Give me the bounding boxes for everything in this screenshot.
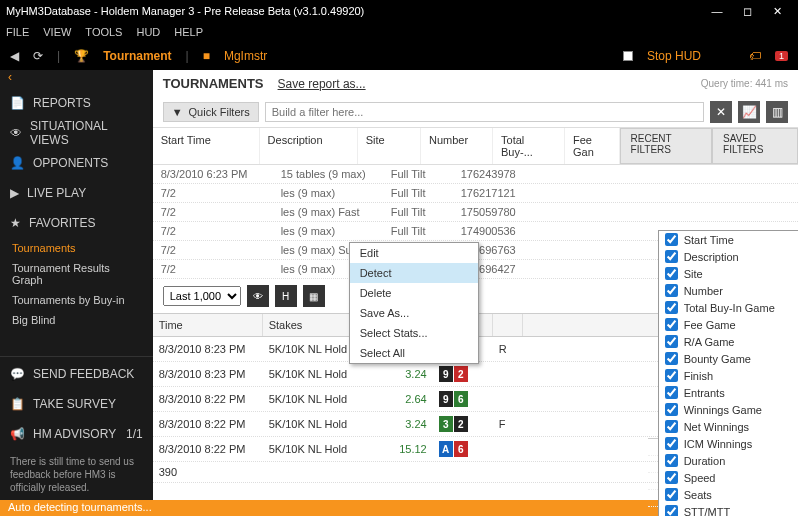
column-checkbox[interactable] (665, 352, 678, 365)
gcol-flag[interactable] (493, 314, 523, 336)
tournament-row[interactable]: 7/2les (9 max) FastFull Tilt175059780 (153, 203, 798, 222)
sub-big-blind[interactable]: Big Blind (0, 310, 153, 330)
ctx-selectall[interactable]: Select All (350, 343, 478, 363)
column-checkbox[interactable] (665, 437, 678, 450)
column-checkbox[interactable] (665, 420, 678, 433)
tournament-row[interactable]: 8/3/2010 6:23 PM15 tables (9 max)Full Ti… (153, 165, 798, 184)
column-option[interactable]: ICM Winnings (659, 435, 798, 452)
sub-tournaments[interactable]: Tournaments (0, 238, 153, 258)
save-report-link[interactable]: Save report as... (278, 77, 366, 91)
view-grid-button[interactable]: ▦ (303, 285, 325, 307)
col-buyin[interactable]: Total Buy-... (493, 128, 565, 164)
column-option[interactable]: Net Winnings (659, 418, 798, 435)
filter-icon: ▼ (172, 106, 183, 118)
column-checkbox[interactable] (665, 488, 678, 501)
clear-filter-button[interactable]: ✕ (710, 101, 732, 123)
sub-results-graph[interactable]: Tournament Results Graph (0, 258, 153, 290)
window-title: MyHM3Database - Holdem Manager 3 - Pre R… (6, 5, 702, 17)
view-eye-button[interactable]: 👁 (247, 285, 269, 307)
page-size-select[interactable]: Last 1,000 (163, 286, 241, 306)
gcol-time[interactable]: Time (153, 314, 263, 336)
sub-by-buyin[interactable]: Tournaments by Buy-in (0, 290, 153, 310)
column-option[interactable]: Duration (659, 452, 798, 469)
sidebar-reports[interactable]: 📄REPORTS (0, 88, 153, 118)
view-h-button[interactable]: H (275, 285, 297, 307)
column-option[interactable]: Number (659, 282, 798, 299)
sidebar-collapse[interactable]: ‹ (0, 70, 153, 88)
menu-tools[interactable]: TOOLS (85, 26, 122, 38)
menu-file[interactable]: FILE (6, 26, 29, 38)
column-option[interactable]: Start Time (659, 231, 798, 248)
sidebar-liveplay[interactable]: ▶LIVE PLAY (0, 178, 153, 208)
minimize-button[interactable]: — (702, 5, 732, 17)
menu-hud[interactable]: HUD (136, 26, 160, 38)
column-checkbox[interactable] (665, 301, 678, 314)
ctx-edit[interactable]: Edit (350, 243, 478, 263)
main-panel: TOURNAMENTS Save report as... Query time… (153, 70, 798, 500)
column-checkbox[interactable] (665, 335, 678, 348)
column-checkbox[interactable] (665, 505, 678, 516)
sidebar-situational[interactable]: 👁SITUATIONAL VIEWS (0, 118, 153, 148)
chart-button[interactable]: 📈 (738, 101, 760, 123)
layout-button[interactable]: ▥ (766, 101, 788, 123)
sidebar-advisory[interactable]: 📢HM ADVISORY1/1 (0, 419, 153, 449)
gcol-stakes[interactable]: Stakes (263, 314, 363, 336)
ctx-detect[interactable]: Detect (350, 263, 478, 283)
refresh-button[interactable]: ⟳ (33, 49, 43, 63)
column-option[interactable]: Finish (659, 367, 798, 384)
column-checkbox[interactable] (665, 250, 678, 263)
back-button[interactable]: ◀ (10, 49, 19, 63)
column-checkbox[interactable] (665, 369, 678, 382)
column-checkbox[interactable] (665, 403, 678, 416)
hero-name[interactable]: MgImstr (224, 49, 267, 63)
column-checkbox[interactable] (665, 471, 678, 484)
quick-filters-button[interactable]: ▼Quick Filters (163, 102, 259, 122)
column-checkbox[interactable] (665, 386, 678, 399)
column-option[interactable]: Description (659, 248, 798, 265)
column-option[interactable]: Bounty Game (659, 350, 798, 367)
column-option[interactable]: Speed (659, 469, 798, 486)
title-bar: MyHM3Database - Holdem Manager 3 - Pre R… (0, 0, 798, 22)
column-option[interactable]: R/A Game (659, 333, 798, 350)
tag-icon[interactable]: 🏷 (749, 49, 761, 63)
notif-badge[interactable]: 1 (775, 51, 788, 61)
tab-recent-filters[interactable]: RECENT FILTERS (620, 128, 712, 164)
tournament-row[interactable]: 7/2les (9 max)Full Tilt176217121 (153, 184, 798, 203)
ctx-delete[interactable]: Delete (350, 283, 478, 303)
stop-hud-checkbox[interactable] (623, 51, 633, 61)
menu-help[interactable]: HELP (174, 26, 203, 38)
close-button[interactable]: ✕ (762, 5, 792, 18)
column-option[interactable]: Site (659, 265, 798, 282)
tournaments-header: Start Time Description Site Number Total… (153, 127, 798, 165)
play-icon: ▶ (10, 186, 19, 200)
sidebar-opponents[interactable]: 👤OPPONENTS (0, 148, 153, 178)
column-option[interactable]: Winnings Game (659, 401, 798, 418)
filter-input[interactable] (265, 102, 704, 122)
column-option[interactable]: Seats (659, 486, 798, 503)
col-start[interactable]: Start Time (153, 128, 260, 164)
column-option[interactable]: Fee Game (659, 316, 798, 333)
column-option[interactable]: STT/MTT (659, 503, 798, 516)
column-checkbox[interactable] (665, 284, 678, 297)
col-site[interactable]: Site (358, 128, 421, 164)
ctx-saveas[interactable]: Save As... (350, 303, 478, 323)
mode-tournament[interactable]: Tournament (103, 49, 171, 63)
column-option[interactable]: Entrants (659, 384, 798, 401)
maximize-button[interactable]: ◻ (732, 5, 762, 18)
tab-saved-filters[interactable]: SAVED FILTERS (712, 128, 798, 164)
sidebar-survey[interactable]: 📋TAKE SURVEY (0, 389, 153, 419)
column-option[interactable]: Total Buy-In Game (659, 299, 798, 316)
column-checkbox[interactable] (665, 233, 678, 246)
column-checkbox[interactable] (665, 318, 678, 331)
ctx-selectstats[interactable]: Select Stats... (350, 323, 478, 343)
menu-view[interactable]: VIEW (43, 26, 71, 38)
stop-hud-label[interactable]: Stop HUD (647, 49, 701, 63)
col-fee[interactable]: Fee Gan (565, 128, 620, 164)
col-number[interactable]: Number (421, 128, 493, 164)
sidebar-feedback[interactable]: 💬SEND FEEDBACK (0, 359, 153, 389)
col-desc[interactable]: Description (260, 128, 358, 164)
column-checkbox[interactable] (665, 454, 678, 467)
column-checkbox[interactable] (665, 267, 678, 280)
page-title: TOURNAMENTS (163, 76, 264, 91)
sidebar-favorites[interactable]: ★FAVORITES (0, 208, 153, 238)
